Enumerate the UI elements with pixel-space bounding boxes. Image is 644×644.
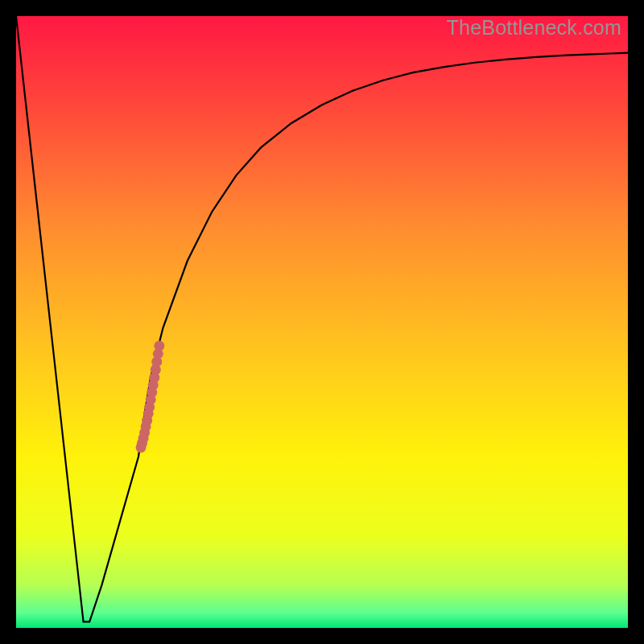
svg-point-15: [154, 341, 164, 351]
plot-frame: TheBottleneck.com: [16, 16, 628, 628]
watermark-text: TheBottleneck.com: [447, 16, 621, 39]
plot-background: [16, 16, 628, 628]
bottleneck-plot: [16, 16, 628, 628]
